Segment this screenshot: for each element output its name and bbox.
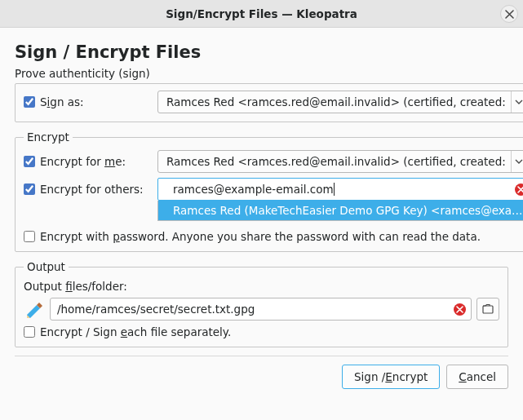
output-path-input[interactable]: /home/ramces/secret/secret.txt.gpg [50, 298, 472, 321]
encrypt-fieldset: Encrypt Encrypt for me: Ramces Red <ramc… [15, 130, 523, 252]
output-files-label: Output files/folder: [24, 280, 499, 293]
encrypt-for-me-value: Ramces Red <ramces.red@email.invalid> (c… [166, 155, 506, 168]
sign-as-value: Ramces Red <ramces.red@email.invalid> (c… [166, 95, 506, 108]
each-file-checkbox-input[interactable] [24, 326, 35, 338]
encrypt-for-me-checkbox[interactable]: Encrypt for me: [24, 155, 151, 168]
cancel-button[interactable]: Cancel [446, 365, 508, 389]
clear-input-icon[interactable] [515, 183, 523, 196]
each-file-label: Encrypt / Sign each file separately. [40, 325, 231, 338]
sign-as-checkbox[interactable]: Sign as: [24, 95, 151, 108]
chevron-down-icon [511, 151, 523, 172]
encrypt-for-others-typed-text: ramces@example-email.com [173, 183, 515, 196]
encrypt-for-me-label: Encrypt for me: [40, 155, 126, 168]
encrypt-for-others-checkbox-input[interactable] [24, 183, 35, 195]
window-close-button[interactable] [500, 5, 518, 23]
folder-open-icon [481, 303, 494, 316]
encrypt-for-others-label: Encrypt for others: [40, 183, 144, 196]
encrypt-legend: Encrypt [24, 130, 73, 144]
browse-output-button[interactable] [476, 298, 499, 321]
encrypt-for-me-checkbox-input[interactable] [24, 156, 35, 167]
chevron-down-icon [511, 91, 523, 113]
encrypt-for-others-checkbox[interactable]: Encrypt for others: [24, 183, 151, 196]
clear-output-icon[interactable] [454, 303, 466, 316]
encrypt-with-password-checkbox[interactable]: Encrypt with password. Anyone you share … [24, 230, 481, 243]
pencil-icon [24, 298, 45, 320]
recipient-suggestion-item[interactable]: Ramces Red (MakeTechEasier Demo GPG Key)… [158, 201, 523, 220]
svg-rect-0 [483, 306, 493, 313]
sign-encrypt-button[interactable]: Sign / Encrypt [342, 365, 440, 389]
sign-as-checkbox-input[interactable] [24, 96, 35, 108]
encrypt-with-password-label: Encrypt with password. Anyone you share … [40, 230, 481, 243]
page-title: Sign / Encrypt Files [15, 42, 508, 62]
window-title: Sign/Encrypt Files — Kleopatra [166, 7, 357, 20]
sign-section-label: Prove authenticity (sign) [15, 67, 508, 80]
output-path-value: /home/ramces/secret/secret.txt.gpg [57, 303, 454, 316]
output-legend: Output [24, 260, 69, 273]
encrypt-for-others-input[interactable]: ramces@example-email.com [157, 178, 523, 201]
encrypt-for-me-combobox[interactable]: Ramces Red <ramces.red@email.invalid> (c… [157, 150, 523, 173]
dialog-button-row: Sign / Encrypt Cancel [15, 365, 508, 389]
output-fieldset: Output Output files/folder: /home/ramces… [15, 260, 508, 347]
each-file-checkbox[interactable]: Encrypt / Sign each file separately. [24, 325, 231, 338]
titlebar: Sign/Encrypt Files — Kleopatra [0, 0, 523, 28]
close-icon [505, 10, 514, 19]
sign-as-combobox[interactable]: Ramces Red <ramces.red@email.invalid> (c… [157, 91, 523, 113]
recipient-suggestion-dropdown: Ramces Red (MakeTechEasier Demo GPG Key)… [157, 201, 523, 221]
sign-fieldset: Sign as: Ramces Red <ramces.red@email.in… [15, 83, 523, 122]
encrypt-with-password-checkbox-input[interactable] [24, 231, 35, 242]
separator [15, 356, 508, 356]
sign-as-label: Sign as: [40, 95, 84, 108]
